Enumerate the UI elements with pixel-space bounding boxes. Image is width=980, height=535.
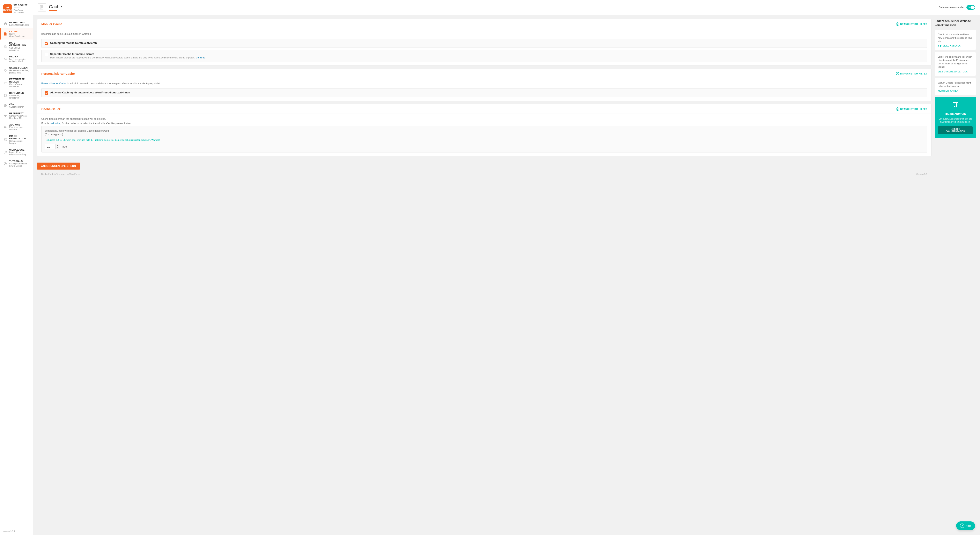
help-label: Help bbox=[966, 524, 971, 527]
svg-point-7 bbox=[5, 126, 6, 127]
doc-card-title: Dokumentation bbox=[938, 112, 973, 116]
save-section: ÄNDERUNGEN SPEICHERN bbox=[37, 159, 931, 171]
book-icon bbox=[938, 101, 973, 110]
page-title: Cache bbox=[49, 4, 62, 10]
mobile-cache-checkbox-1[interactable] bbox=[45, 42, 48, 45]
sidebar-item-erweiterte[interactable]: ERWEITERTE REGELN Cache-Regeln abstimmen bbox=[0, 76, 33, 90]
help-icon-personalized: ? bbox=[896, 72, 899, 75]
right-panel: Ladezeiten deiner Website korrekt messen… bbox=[935, 19, 976, 531]
sidebar-item-datei[interactable]: DATEI-OPTIMIERUNG CSS und JS optimieren bbox=[0, 40, 33, 53]
main-content: Cache Seitenleiste einblenden AN bbox=[33, 0, 980, 535]
time-value-input[interactable] bbox=[45, 144, 55, 149]
video-card: Check out our tutorial and learn how to … bbox=[935, 30, 976, 50]
logo-text: WP ROCKET Superior WordPress Performance bbox=[14, 4, 29, 14]
guide-card-text: Lerne, wie du bewährte Techniken einsetz… bbox=[938, 55, 973, 69]
spinner-down[interactable]: ▼ bbox=[56, 147, 59, 149]
mobile-cache-option-1: Caching für mobile Geräte aktivieren bbox=[41, 39, 927, 48]
document-icon bbox=[3, 32, 7, 35]
doc-card-button[interactable]: LIES DIE DOKUMENTATION bbox=[938, 126, 973, 134]
mobile-cache-desc: Beschleunige deine Site auf mobilen Gerä… bbox=[41, 32, 927, 36]
sidebar-item-datenbank[interactable]: DATENBANK Aufräumen, optimieren bbox=[0, 90, 33, 101]
sidebar-item-werkzeuge[interactable]: WERKZEUGE Import, Export, Wiederherstell… bbox=[0, 147, 33, 158]
video-card-link[interactable]: ▶ ▶ VIDEO ANSEHEN. bbox=[938, 45, 973, 47]
warning-text: Reduziere auf 10 Stunden oder weniger, f… bbox=[45, 138, 160, 142]
pagespeed-card: Warum Google PageSpeed nicht unbedingt r… bbox=[935, 78, 976, 95]
play-icon bbox=[3, 162, 7, 165]
save-button[interactable]: ÄNDERUNGEN SPEICHERN bbox=[37, 163, 80, 169]
sidebar-item-heartbeat[interactable]: HEARTBEAT Control WordPress Heartbeat AP… bbox=[0, 110, 33, 121]
sidebar-toggle[interactable]: AN bbox=[966, 5, 975, 10]
help-bubble[interactable]: ? Help bbox=[956, 521, 975, 530]
mobile-cache-title: Mobiler Cache bbox=[41, 22, 62, 26]
time-input-label: Zeitangabe, nach welcher der globale Cac… bbox=[45, 129, 160, 136]
right-panel-title: Ladezeiten deiner Website korrekt messen bbox=[935, 19, 976, 27]
layers-icon bbox=[3, 45, 7, 48]
help-icon-dauer: ? bbox=[896, 107, 899, 111]
svg-rect-2 bbox=[4, 82, 6, 83]
tool-icon bbox=[3, 151, 7, 154]
svg-point-8 bbox=[6, 126, 6, 127]
left-panel: Mobiler Cache ? BRAUCHST DU HILFE? Besch… bbox=[37, 19, 931, 531]
doc-card-desc: Ein guter Ausgangspunkt, um die häufigst… bbox=[938, 117, 973, 124]
heart-icon bbox=[3, 114, 7, 118]
sidebar-version: Version 3.6.4 bbox=[0, 528, 33, 535]
refresh-icon bbox=[3, 69, 7, 72]
guide-card: Lerne, wie du bewährte Techniken einsetz… bbox=[935, 52, 976, 76]
logged-in-checkbox[interactable] bbox=[45, 91, 48, 95]
wp-version: Version 5.5 bbox=[912, 171, 931, 177]
personalized-cache-desc: Personalisierter Cache ist nützlich, wen… bbox=[41, 82, 927, 85]
sidebar-item-addons[interactable]: ADD-ONS Erweiterungen aktivieren bbox=[0, 121, 33, 133]
sidebar-item-cache-fuellen[interactable]: CACHE FÜLLEN Generate cache files, prelo… bbox=[0, 65, 33, 76]
sidebar-item-medien[interactable]: MEDIEN LazyLoad, emojis, embeds, WebP bbox=[0, 53, 33, 65]
mobile-cache-option-2: Separater Cache für mobile Geräte Most m… bbox=[41, 50, 927, 62]
sidebar-nav: DASHBOARD Konto-Übersicht, Hilfe CACHE C… bbox=[0, 18, 33, 528]
warum-link[interactable]: Warum? bbox=[151, 139, 161, 141]
personalized-cache-option-1: Aktiviere Caching für angemeldete WordPr… bbox=[41, 88, 927, 97]
cache-dauer-help[interactable]: ? BRAUCHST DU HILFE? bbox=[896, 107, 927, 111]
svg-rect-3 bbox=[4, 83, 6, 83]
more-info-link[interactable]: More info bbox=[196, 56, 205, 59]
sidebar-item-dashboard[interactable]: DASHBOARD Konto-Übersicht, Hilfe bbox=[0, 19, 33, 28]
sidebar: WPROCKET WP ROCKET Superior WordPress Pe… bbox=[0, 0, 33, 535]
sidebar-toggle-label: Seitenleiste einblenden bbox=[939, 6, 964, 9]
sidebar-item-tutorials[interactable]: TUTORIALS Getting started and how to vid… bbox=[0, 158, 33, 169]
footer-row: Danke für dein Vertrauen in WordPress Ve… bbox=[37, 171, 931, 177]
image2-icon bbox=[3, 138, 7, 141]
personalized-cache-help[interactable]: ? BRAUCHST DU HILFE? bbox=[896, 72, 927, 75]
cache-dauer-section: Cache-Dauer ? BRAUCHST DU HILFE? Cache f… bbox=[37, 104, 931, 156]
video-icon: ▶ bbox=[938, 45, 940, 47]
mobile-cache-label-1[interactable]: Caching für mobile Geräte aktivieren bbox=[50, 42, 97, 45]
page-header: Cache Seitenleiste einblenden AN bbox=[33, 0, 980, 15]
mobile-cache-checkbox-2[interactable] bbox=[45, 53, 48, 56]
lines-icon bbox=[3, 81, 7, 85]
logo-icon: WPROCKET bbox=[3, 4, 12, 13]
spinner-up[interactable]: ▲ bbox=[56, 144, 59, 147]
help-circle-icon: ? bbox=[960, 524, 964, 528]
page-icon bbox=[38, 3, 46, 11]
svg-rect-9 bbox=[4, 139, 7, 141]
preloading-link[interactable]: preloading bbox=[50, 122, 61, 125]
cache-dauer-title: Cache-Dauer bbox=[41, 107, 60, 111]
time-input-container: Zeitangabe, nach welcher der globale Cac… bbox=[41, 126, 927, 152]
page-footer: Danke für dein Vertrauen in WordPress bbox=[37, 171, 84, 177]
logged-in-label[interactable]: Aktiviere Caching für angemeldete WordPr… bbox=[50, 91, 130, 94]
pagespeed-card-text: Warum Google PageSpeed nicht unbedingt r… bbox=[938, 81, 973, 88]
mobile-cache-label-2[interactable]: Separater Cache für mobile Geräte bbox=[50, 53, 94, 56]
sidebar-item-cdn[interactable]: CDN CDN integrieren bbox=[0, 101, 33, 110]
mobile-cache-help[interactable]: ? BRAUCHST DU HILFE? bbox=[896, 22, 927, 26]
sidebar-item-cache[interactable]: CACHE Cache-Grundfunktionen bbox=[0, 28, 33, 40]
personalized-cache-section: Personalisierter Cache ? BRAUCHST DU HIL… bbox=[37, 69, 931, 101]
personalized-cache-title: Personalisierter Cache bbox=[41, 72, 75, 75]
time-unit: Tage bbox=[61, 145, 67, 148]
sidebar-item-image-optimization[interactable]: IMAGE OPTIMIZATION Compress your images bbox=[0, 133, 33, 147]
pagespeed-card-link[interactable]: MEHR ERFAHREN bbox=[938, 89, 973, 92]
mobile-cache-section: Mobiler Cache ? BRAUCHST DU HILFE? Besch… bbox=[37, 19, 931, 65]
personalized-cache-link[interactable]: Personalisierter Cache bbox=[41, 82, 66, 85]
home-icon bbox=[3, 22, 7, 25]
cache-dauer-desc1: Cache files older than the specified lif… bbox=[41, 117, 927, 121]
guide-card-link[interactable]: LIES UNSERE ANLEITUNG bbox=[938, 70, 973, 73]
wordpress-link[interactable]: WordPress bbox=[69, 173, 80, 175]
database-icon bbox=[3, 94, 7, 97]
title-underline bbox=[49, 10, 57, 11]
svg-point-5 bbox=[4, 94, 6, 95]
